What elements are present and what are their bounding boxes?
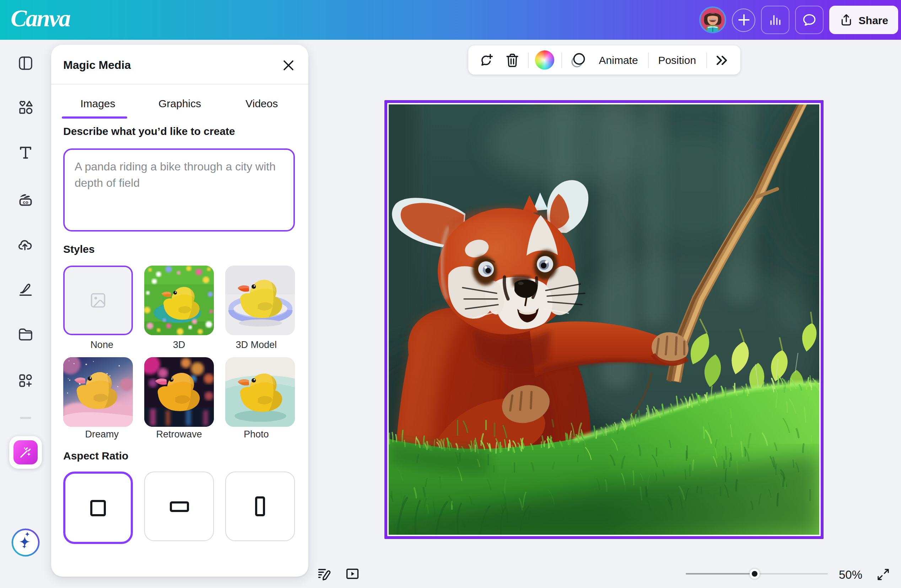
svg-text:co: co bbox=[23, 199, 28, 205]
